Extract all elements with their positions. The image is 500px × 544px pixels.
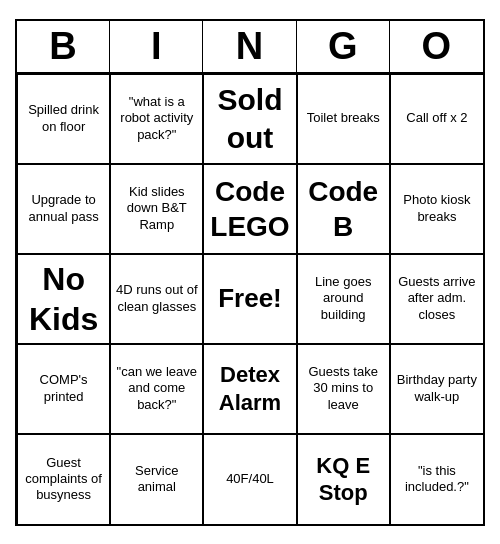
bingo-card: BINGO Spilled drink on floor"what is a r… bbox=[15, 19, 485, 526]
bingo-cell-13[interactable]: Line goes around building bbox=[297, 254, 390, 344]
bingo-cell-24[interactable]: "is this included.?" bbox=[390, 434, 483, 524]
bingo-letter-b: B bbox=[17, 21, 110, 72]
bingo-cell-9[interactable]: Photo kiosk breaks bbox=[390, 164, 483, 254]
bingo-cell-3[interactable]: Toilet breaks bbox=[297, 74, 390, 164]
bingo-cell-1[interactable]: "what is a robot activity pack?" bbox=[110, 74, 203, 164]
bingo-cell-23[interactable]: KQ E Stop bbox=[297, 434, 390, 524]
bingo-cell-15[interactable]: COMP's printed bbox=[17, 344, 110, 434]
bingo-cell-18[interactable]: Guests take 30 mins to leave bbox=[297, 344, 390, 434]
bingo-cell-5[interactable]: Upgrade to annual pass bbox=[17, 164, 110, 254]
bingo-cell-10[interactable]: No Kids bbox=[17, 254, 110, 344]
bingo-cell-21[interactable]: Service animal bbox=[110, 434, 203, 524]
bingo-cell-7[interactable]: Code LEGO bbox=[203, 164, 296, 254]
bingo-cell-19[interactable]: Birthday party walk-up bbox=[390, 344, 483, 434]
bingo-cell-17[interactable]: Detex Alarm bbox=[203, 344, 296, 434]
bingo-cell-20[interactable]: Guest complaints of busyness bbox=[17, 434, 110, 524]
bingo-grid: Spilled drink on floor"what is a robot a… bbox=[17, 74, 483, 524]
bingo-letter-i: I bbox=[110, 21, 203, 72]
bingo-cell-12[interactable]: Free! bbox=[203, 254, 296, 344]
bingo-cell-4[interactable]: Call off x 2 bbox=[390, 74, 483, 164]
bingo-letter-n: N bbox=[203, 21, 296, 72]
bingo-cell-6[interactable]: Kid slides down B&T Ramp bbox=[110, 164, 203, 254]
bingo-cell-11[interactable]: 4D runs out of clean glasses bbox=[110, 254, 203, 344]
bingo-cell-22[interactable]: 40F/40L bbox=[203, 434, 296, 524]
bingo-letter-o: O bbox=[390, 21, 483, 72]
bingo-cell-8[interactable]: Code B bbox=[297, 164, 390, 254]
bingo-cell-16[interactable]: "can we leave and come back?" bbox=[110, 344, 203, 434]
bingo-cell-2[interactable]: Sold out bbox=[203, 74, 296, 164]
bingo-cell-0[interactable]: Spilled drink on floor bbox=[17, 74, 110, 164]
bingo-cell-14[interactable]: Guests arrive after adm. closes bbox=[390, 254, 483, 344]
bingo-letter-g: G bbox=[297, 21, 390, 72]
bingo-header: BINGO bbox=[17, 21, 483, 74]
